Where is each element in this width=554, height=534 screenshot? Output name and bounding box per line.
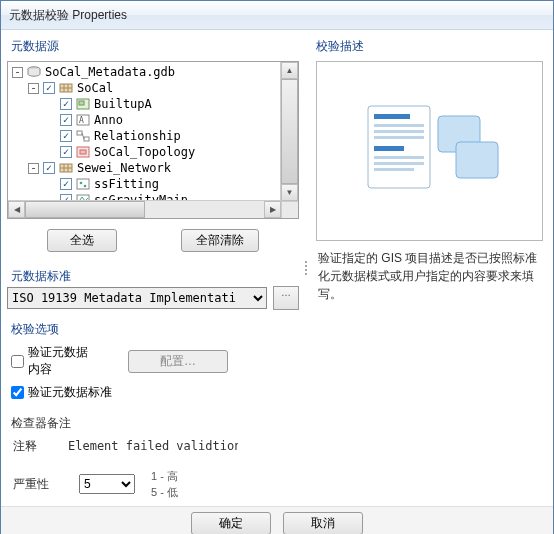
- title-text: 元数据校验 Properties: [9, 7, 127, 24]
- pane-splitter[interactable]: [303, 36, 308, 500]
- validation-description-title: 校验描述: [316, 38, 547, 55]
- tree-button-row: 全选 全部清除: [7, 223, 299, 256]
- inspector-title: 检查器备注: [11, 415, 299, 432]
- validation-description-text: 验证指定的 GIS 项目描述是否已按照标准化元数据模式或用户指定的内容要求来填写…: [312, 249, 547, 303]
- standard-row: ISO 19139 Metadata Implementati …: [7, 287, 299, 309]
- checkbox[interactable]: ✓: [43, 162, 55, 174]
- tree-label: BuiltupA: [94, 96, 152, 112]
- svg-line-11: [82, 133, 84, 139]
- annotation-label: 注释: [13, 438, 63, 455]
- tree-node-item[interactable]: ✓ BuiltupA: [12, 96, 296, 112]
- right-pane: 校验描述 验证指定的 GIS 项目描述是否已按照标准化元数据模式或用户指定的内容…: [312, 36, 547, 500]
- svg-rect-27: [374, 146, 404, 151]
- tree-label: ssFitting: [94, 176, 159, 192]
- metadata-standard-title: 元数据标准: [11, 268, 299, 285]
- tree-node-group[interactable]: - ✓ Sewei_Network: [12, 160, 296, 176]
- validate-schema-checkbox[interactable]: 验证元数据标准: [11, 384, 112, 401]
- severity-label: 严重性: [13, 476, 63, 493]
- svg-rect-25: [374, 130, 424, 133]
- tree-label: SoCal_Metadata.gdb: [45, 64, 175, 80]
- severity-legend: 1 - 高 5 - 低: [151, 468, 178, 500]
- dataset-icon: [59, 161, 73, 175]
- tree-node-root[interactable]: - SoCal_Metadata.gdb: [12, 64, 296, 80]
- svg-text:A: A: [79, 116, 84, 125]
- validate-content-label: 验证元数据 内容: [28, 344, 88, 378]
- tree-label: Anno: [94, 112, 123, 128]
- tree-node-item[interactable]: ✓ SoCal_Topology: [12, 144, 296, 160]
- vertical-scrollbar[interactable]: ▲ ▼: [280, 62, 298, 201]
- severity-select[interactable]: 5: [79, 474, 135, 494]
- metadata-standard-select[interactable]: ISO 19139 Metadata Implementati: [7, 287, 267, 309]
- validate-content-checkbox[interactable]: 验证元数据 内容: [11, 344, 88, 378]
- horizontal-scrollbar[interactable]: ◀ ▶: [8, 200, 281, 218]
- svg-rect-18: [77, 179, 89, 189]
- clear-all-button[interactable]: 全部清除: [181, 229, 259, 252]
- dataset-icon: [59, 81, 73, 95]
- svg-rect-24: [374, 124, 424, 127]
- tree-label: SoCal_Topology: [94, 144, 195, 160]
- annotation-input[interactable]: [63, 436, 243, 456]
- tree-label: Sewei_Network: [77, 160, 171, 176]
- annotation-icon: A: [76, 113, 90, 127]
- checkbox[interactable]: ✓: [60, 114, 72, 126]
- tree-container: - SoCal_Metadata.gdb - ✓ SoCal ✓ Builtup…: [7, 61, 299, 219]
- select-all-button[interactable]: 全选: [47, 229, 117, 252]
- tree-node-item[interactable]: ✓ A Anno: [12, 112, 296, 128]
- svg-rect-28: [374, 156, 424, 159]
- dialog-window: 元数据校验 Properties 元数据源 - SoCal_Metadata.g…: [0, 0, 554, 534]
- metadata-source-title: 元数据源: [11, 38, 299, 55]
- checkbox[interactable]: ✓: [60, 130, 72, 142]
- description-preview: [316, 61, 543, 241]
- severity-row: 严重性 5 1 - 高 5 - 低: [7, 468, 299, 500]
- checkbox[interactable]: ✓: [60, 178, 72, 190]
- expand-icon[interactable]: -: [28, 163, 39, 174]
- relationship-icon: [76, 129, 90, 143]
- polygon-fc-icon: [76, 97, 90, 111]
- tree-node-group[interactable]: - ✓ SoCal: [12, 80, 296, 96]
- expand-icon[interactable]: -: [28, 83, 39, 94]
- standard-more-button[interactable]: …: [273, 286, 299, 310]
- svg-point-19: [80, 182, 83, 185]
- metadata-tree[interactable]: - SoCal_Metadata.gdb - ✓ SoCal ✓ Builtup…: [8, 62, 298, 205]
- tree-label: Relationship: [94, 128, 181, 144]
- geodatabase-icon: [27, 65, 41, 79]
- scroll-thumb[interactable]: [281, 79, 298, 184]
- tree-label: SoCal: [77, 80, 113, 96]
- svg-rect-23: [374, 114, 410, 119]
- scroll-right-icon[interactable]: ▶: [264, 201, 281, 218]
- bottom-bar: 确定 取消: [1, 506, 553, 534]
- svg-rect-32: [456, 142, 498, 178]
- checkbox[interactable]: ✓: [60, 146, 72, 158]
- configure-button: 配置…: [128, 350, 228, 373]
- validate-schema-label: 验证元数据标准: [28, 384, 112, 401]
- cancel-button[interactable]: 取消: [283, 512, 363, 535]
- tree-node-item[interactable]: ✓ Relationship: [12, 128, 296, 144]
- checkbox[interactable]: ✓: [60, 98, 72, 110]
- svg-rect-26: [374, 136, 424, 139]
- scroll-down-icon[interactable]: ▼: [281, 184, 298, 201]
- expand-icon[interactable]: -: [12, 67, 23, 78]
- ok-button[interactable]: 确定: [191, 512, 271, 535]
- scrollbar-corner: [281, 201, 298, 218]
- scroll-left-icon[interactable]: ◀: [8, 201, 25, 218]
- titlebar[interactable]: 元数据校验 Properties: [1, 1, 553, 30]
- point-fc-icon: [76, 177, 90, 191]
- svg-rect-13: [80, 150, 86, 154]
- content-area: 元数据源 - SoCal_Metadata.gdb - ✓ SoCal: [1, 30, 553, 506]
- scroll-thumb[interactable]: [25, 201, 145, 218]
- validation-options-title: 校验选项: [11, 321, 299, 338]
- left-pane: 元数据源 - SoCal_Metadata.gdb - ✓ SoCal: [7, 36, 299, 500]
- tree-node-item[interactable]: ✓ ssFitting: [12, 176, 296, 192]
- svg-rect-9: [77, 131, 82, 135]
- svg-rect-6: [79, 101, 84, 105]
- preview-illustration-icon: [360, 96, 500, 206]
- topology-icon: [76, 145, 90, 159]
- validate-content-row: 验证元数据 内容 配置…: [7, 340, 299, 382]
- svg-point-20: [84, 185, 87, 188]
- checkbox[interactable]: ✓: [43, 82, 55, 94]
- svg-rect-30: [374, 168, 414, 171]
- scroll-up-icon[interactable]: ▲: [281, 62, 298, 79]
- svg-rect-10: [84, 137, 89, 141]
- svg-rect-29: [374, 162, 424, 165]
